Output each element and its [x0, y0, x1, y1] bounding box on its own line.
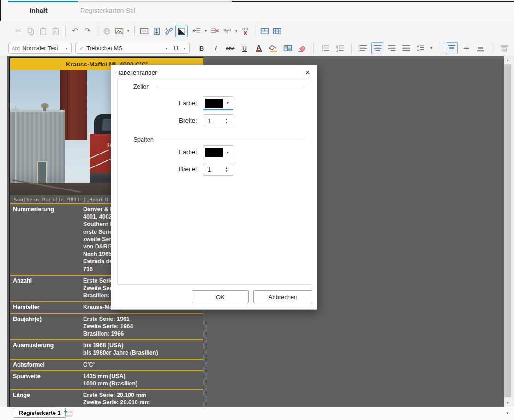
cell-color-icon[interactable]: [281, 42, 293, 54]
merge-cells-icon[interactable]: [258, 25, 271, 37]
bold-button[interactable]: B: [196, 42, 208, 54]
line-height-icon[interactable]: [150, 25, 163, 37]
row-value: Erste Serie: 1961 Zweite Serie: 1964 Bra…: [83, 315, 203, 338]
dialog-content-panel: Zeilen Farbe: ▾ Breite: ▲▼ Spalten Farbe…: [117, 79, 311, 285]
undo-icon[interactable]: ↶: [69, 25, 81, 37]
line-spacing-caret[interactable]: ▾: [429, 46, 434, 50]
font-dropdown[interactable]: ✓ Trebuchet MS ▾ 11 ▾: [75, 43, 190, 54]
font-size-value[interactable]: 11: [173, 45, 179, 52]
zeilen-farbe-dropdown[interactable]: ▾: [203, 96, 233, 110]
table-row: AchsformelC’C’: [10, 359, 203, 370]
divider: [440, 43, 440, 54]
image-position-top-icon[interactable]: [498, 42, 510, 54]
svg-text:</>: </>: [142, 30, 146, 33]
insert-column-caret[interactable]: ▾: [233, 29, 239, 33]
row-label: Spurweite: [10, 373, 83, 387]
add-tab-icon[interactable]: [64, 409, 74, 417]
valign-middle-icon[interactable]: [460, 42, 472, 54]
spalten-breite-label: Breite:: [137, 166, 197, 172]
row-label: Nummerierung: [10, 206, 83, 273]
row-label: Ausmusterung: [10, 342, 83, 356]
spalten-group-label: Spalten: [133, 136, 157, 143]
divider: [255, 25, 255, 36]
split-cells-icon[interactable]: [271, 25, 283, 37]
divider: [97, 25, 97, 36]
delete-column-icon[interactable]: [239, 25, 251, 37]
zeilen-color-swatch: [205, 99, 223, 108]
image-menu-caret[interactable]: ▾: [126, 29, 131, 33]
font-value: Trebuchet MS: [86, 45, 122, 52]
app-window: Inhalt Registerkarten-Stil ✂ A ↶ ↷ ▾ </>…: [0, 0, 514, 420]
align-justify-icon[interactable]: [400, 42, 412, 54]
insert-image-icon[interactable]: [113, 25, 126, 37]
underline-button[interactable]: U: [239, 42, 251, 54]
row-value: bis 1968 (USA) bis 1980er Jahre (Brasili…: [83, 342, 203, 356]
registerkarte-tab[interactable]: Registerkarte 1: [14, 408, 66, 418]
row-label: Anzahl: [10, 277, 83, 300]
line-spacing-icon[interactable]: [414, 42, 426, 54]
zeilen-spin-down[interactable]: ▼: [225, 121, 228, 124]
zeilen-breite-input[interactable]: [203, 118, 220, 124]
align-center-icon[interactable]: [371, 42, 383, 54]
spalten-farbe-dropdown[interactable]: ▾: [203, 145, 233, 159]
highlight-color-icon[interactable]: [267, 42, 279, 54]
svg-text:3: 3: [336, 49, 338, 52]
row-label: Hersteller: [10, 303, 83, 311]
align-left-icon[interactable]: [357, 42, 369, 54]
ok-button[interactable]: OK: [192, 290, 249, 303]
spalten-group-rule: [160, 140, 305, 140]
tab-registerkarten-stil[interactable]: Registerkarten-Stil: [80, 7, 135, 14]
close-icon[interactable]: ✕: [304, 68, 312, 77]
copy-icon[interactable]: [24, 25, 37, 37]
tab-inhalt[interactable]: Inhalt: [30, 7, 48, 14]
redo-icon[interactable]: ↷: [81, 25, 94, 37]
paste-format-icon[interactable]: A: [49, 25, 62, 37]
numbered-list-icon[interactable]: 123: [334, 42, 346, 54]
delete-row-icon[interactable]: [209, 25, 221, 37]
spalten-spin-down[interactable]: ▼: [225, 170, 228, 172]
row-label: Länge: [10, 391, 83, 406]
valign-top-icon[interactable]: [446, 42, 458, 54]
photo-roof-vent: [41, 103, 49, 108]
strikethrough-button[interactable]: abe: [224, 42, 236, 54]
zeilen-breite-label: Breite:: [137, 117, 197, 124]
scroll-thumb[interactable]: [504, 64, 511, 397]
tabellenraender-dialog: Tabellenränder ✕ Zeilen Farbe: ▾ Breite:…: [111, 65, 317, 310]
divider: [313, 43, 314, 54]
valign-bottom-icon[interactable]: [474, 42, 486, 54]
zeilen-farbe-caret: ▾: [223, 101, 233, 105]
zeilen-spin-up[interactable]: ▲: [225, 118, 228, 121]
unlink-icon[interactable]: [163, 25, 175, 37]
font-size-caret[interactable]: ▾: [182, 47, 187, 51]
italic-button[interactable]: I: [210, 42, 222, 54]
insert-link-icon[interactable]: [101, 25, 113, 37]
toolbar-format: Abc Normaler Text ▾ ✓ Trebuchet MS ▾ 11 …: [0, 41, 514, 56]
scroll-down-arrow[interactable]: ▼: [504, 399, 512, 407]
vertical-scrollbar[interactable]: ▲ ▼: [504, 56, 512, 407]
paste-icon[interactable]: [37, 25, 49, 37]
dialog-title: Tabellenränder: [117, 69, 157, 76]
clear-formatting-icon[interactable]: [296, 42, 308, 54]
bullet-list-icon[interactable]: [319, 42, 331, 54]
align-right-icon[interactable]: [386, 42, 398, 54]
insert-column-icon[interactable]: [221, 25, 233, 37]
spalten-breite-input[interactable]: [203, 166, 220, 173]
insert-row-icon[interactable]: [191, 25, 203, 37]
invert-colors-icon[interactable]: [175, 25, 188, 37]
divider: [134, 25, 135, 36]
cancel-button[interactable]: Abbrechen: [253, 290, 312, 303]
cut-icon[interactable]: ✂: [12, 25, 24, 37]
source-code-icon[interactable]: </>: [138, 25, 150, 37]
insert-row-caret[interactable]: ▾: [203, 29, 209, 33]
row-value: Erste Serie: 20.100 mm Zweite Serie: 20.…: [83, 391, 203, 406]
font-color-button[interactable]: A: [253, 42, 265, 54]
tab-strip: Inhalt Registerkarten-Stil: [0, 0, 514, 21]
image-position-middle-icon[interactable]: [512, 42, 514, 54]
paragraph-style-dropdown[interactable]: Abc Normaler Text ▾: [8, 43, 72, 54]
zeilen-breite-spinner: ▲▼: [203, 114, 233, 127]
style-caret: ▾: [64, 47, 69, 51]
zeilen-group-rule: [156, 87, 305, 87]
tab-overflow-caret[interactable]: ▼: [506, 411, 509, 415]
spalten-spin-up[interactable]: ▲: [225, 166, 228, 169]
scroll-up-arrow[interactable]: ▲: [504, 56, 512, 64]
